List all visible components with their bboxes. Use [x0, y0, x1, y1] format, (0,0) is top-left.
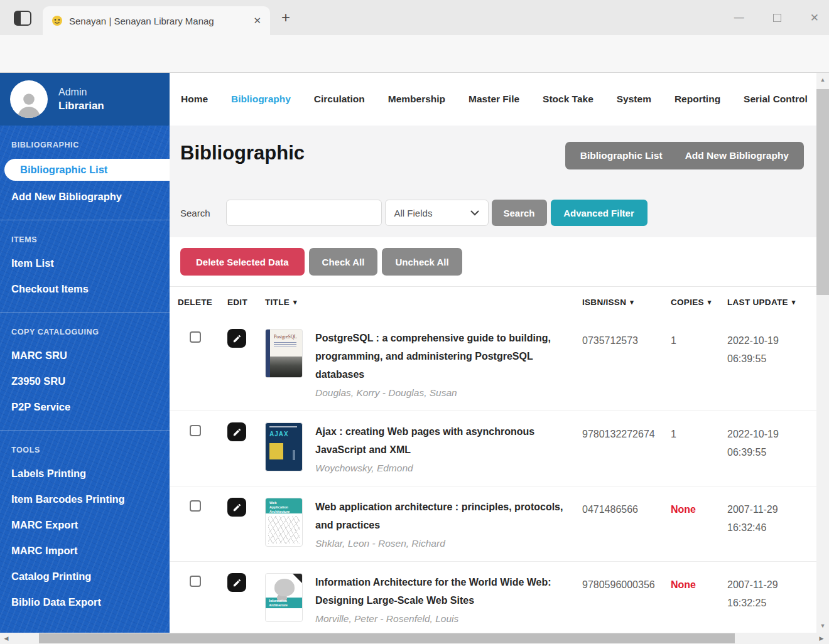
sidebar-item-biblio-data-export[interactable]: Biblio Data Export — [0, 589, 170, 615]
page-header: Bibliographic Bibliographic List Add New… — [170, 126, 816, 188]
row-checkbox[interactable] — [190, 331, 201, 343]
vertical-scrollbar[interactable]: ▲ ▼ — [816, 73, 829, 633]
sidebar-item-bibliographic-list[interactable]: Bibliographic List — [4, 159, 170, 181]
nav-stock-take[interactable]: Stock Take — [543, 94, 593, 105]
table-header-row: DELETE EDIT TITLE▾ ISBN/ISSN▾ COPIES▾ LA… — [170, 287, 816, 318]
tab-close-icon[interactable]: ✕ — [253, 15, 261, 26]
search-button[interactable]: Search — [492, 200, 547, 226]
edit-button[interactable] — [227, 329, 246, 348]
search-field-select[interactable]: All Fields — [385, 200, 489, 226]
row-checkbox[interactable] — [190, 425, 201, 436]
book-title: Ajax : creating Web pages with asynchron… — [315, 420, 568, 459]
table-row: Web Application Architecture Web applica… — [170, 486, 816, 561]
last-update-value: 2007-11-2916:32:25 — [727, 571, 804, 612]
main-content: Home Bibliography Circulation Membership… — [170, 73, 816, 633]
col-copies-sort[interactable]: COPIES▾ — [671, 298, 727, 307]
nav-system[interactable]: System — [617, 94, 651, 105]
col-isbn-sort[interactable]: ISBN/ISSN▾ — [582, 298, 671, 307]
section-label: BIBLIOGRAPHIC — [0, 133, 170, 156]
sidebar-item-catalog-printing[interactable]: Catalog Printing — [0, 564, 170, 589]
user-role: Librarian — [58, 99, 104, 113]
edit-button[interactable] — [227, 498, 246, 517]
nav-master-file[interactable]: Master File — [469, 94, 519, 105]
col-delete: DELETE — [178, 298, 227, 307]
bulk-actions: Delete Selected Data Check All Uncheck A… — [170, 237, 816, 286]
sidebar-item-item-barcodes-printing[interactable]: Item Barcodes Printing — [0, 486, 170, 512]
browser-tab[interactable]: Senayan | Senayan Library Manag ✕ — [43, 6, 270, 35]
copies-value: 1 — [671, 420, 727, 443]
edit-button[interactable] — [227, 422, 246, 441]
search-section: Search All Fields Search Advanced Filter — [170, 188, 816, 237]
col-last-update-sort[interactable]: LAST UPDATE▾ — [727, 298, 804, 307]
nav-bibliography[interactable]: Bibliography — [231, 94, 291, 105]
pencil-icon — [232, 334, 242, 343]
maximize-button[interactable] — [773, 14, 781, 22]
check-all-button[interactable]: Check All — [309, 248, 378, 276]
isbn-value: 0735712573 — [582, 326, 671, 350]
new-tab-button[interactable]: + — [276, 9, 295, 26]
sidebar-section-copy-cataloguing: COPY CATALOGUING MARC SRU Z3950 SRU P2P … — [0, 313, 170, 431]
vertical-scrollbar-thumb[interactable] — [816, 89, 829, 295]
bibliographic-list-button[interactable]: Bibliographic List — [580, 150, 663, 161]
section-label: ITEMS — [0, 228, 170, 250]
sidebar-user-panel: Admin Librarian — [0, 73, 170, 126]
sidebar-item-marc-export[interactable]: MARC Export — [0, 512, 170, 538]
sidebar-section-bibliographic: BIBLIOGRAPHIC Bibliographic List Add New… — [0, 126, 170, 220]
delete-selected-button[interactable]: Delete Selected Data — [180, 248, 305, 276]
nav-membership[interactable]: Membership — [388, 94, 445, 105]
row-checkbox[interactable] — [190, 576, 201, 587]
chevron-down-icon — [470, 210, 479, 216]
nav-home[interactable]: Home — [181, 94, 208, 105]
scroll-up-icon[interactable]: ▲ — [816, 77, 829, 83]
selected-field: All Fields — [394, 208, 433, 218]
pencil-icon — [232, 503, 242, 512]
sidebar-item-checkout-items[interactable]: Checkout Items — [0, 276, 170, 302]
close-window-button[interactable]: ✕ — [810, 11, 819, 24]
sort-caret-icon: ▾ — [293, 298, 297, 306]
book-authors: Morville, Peter - Rosenfeld, Louis — [315, 609, 582, 628]
browser-window: Senayan | Senayan Library Manag ✕ + — ✕ … — [0, 0, 829, 644]
section-label: COPY CATALOGUING — [0, 320, 170, 343]
uncheck-all-button[interactable]: Uncheck All — [382, 248, 462, 276]
book-title: Information Architecture for the World W… — [315, 571, 568, 609]
sidebar-item-z3950-sru[interactable]: Z3950 SRU — [0, 368, 170, 394]
sidebar-item-marc-import[interactable]: MARC Import — [0, 538, 170, 564]
scroll-left-icon[interactable]: ◀ — [0, 635, 13, 641]
scroll-right-icon[interactable]: ▶ — [815, 635, 828, 641]
browser-titlebar: Senayan | Senayan Library Manag ✕ + — ✕ — [0, 0, 829, 35]
book-title: Web application architecture : principle… — [315, 495, 568, 534]
scroll-down-icon[interactable]: ▼ — [816, 623, 829, 629]
nav-reporting[interactable]: Reporting — [675, 94, 720, 105]
isbn-value: 9780132272674 — [582, 420, 671, 443]
sort-caret-icon: ▾ — [792, 298, 796, 306]
sidebar-item-item-list[interactable]: Item List — [0, 250, 170, 276]
advanced-filter-button[interactable]: Advanced Filter — [551, 200, 647, 226]
row-checkbox[interactable] — [190, 500, 201, 512]
nav-serial-control[interactable]: Serial Control — [744, 94, 808, 105]
isbn-value: 0471486566 — [582, 495, 671, 518]
sidebar-section-items: ITEMS Item List Checkout Items — [0, 220, 170, 313]
book-authors: Woychowsky, Edmond — [315, 459, 582, 477]
minimize-button[interactable]: — — [734, 12, 744, 23]
horizontal-scrollbar-thumb[interactable] — [39, 633, 735, 643]
copies-value: 1 — [671, 326, 727, 350]
sidebar-item-marc-sru[interactable]: MARC SRU — [0, 343, 170, 368]
sidebar-item-add-new-bibliography[interactable]: Add New Bibliography — [0, 184, 170, 210]
vertical-tabs-icon[interactable] — [14, 11, 31, 26]
sidebar: Admin Librarian BIBLIOGRAPHIC Bibliograp… — [0, 73, 170, 633]
book-cover: AJAX — [265, 422, 303, 471]
add-new-bibliography-button[interactable]: Add New Bibliography — [685, 150, 789, 161]
edit-button[interactable] — [227, 573, 246, 592]
last-update-value: 2022-10-1906:39:55 — [727, 326, 804, 368]
sidebar-item-p2p-service[interactable]: P2P Service — [0, 394, 170, 420]
sidebar-item-labels-printing[interactable]: Labels Printing — [0, 461, 170, 486]
search-input[interactable] — [226, 200, 382, 226]
search-label: Search — [180, 208, 210, 218]
table-row: AJAX Ajax : creating Web pages with asyn… — [170, 411, 816, 486]
copies-value: None — [671, 495, 727, 518]
nav-circulation[interactable]: Circulation — [314, 94, 365, 105]
col-title-sort[interactable]: TITLE▾ — [265, 298, 582, 307]
window-controls: — ✕ — [734, 0, 819, 35]
header-button-group: Bibliographic List Add New Bibliography — [565, 142, 804, 169]
horizontal-scrollbar[interactable]: ◀ ▶ — [0, 633, 829, 644]
